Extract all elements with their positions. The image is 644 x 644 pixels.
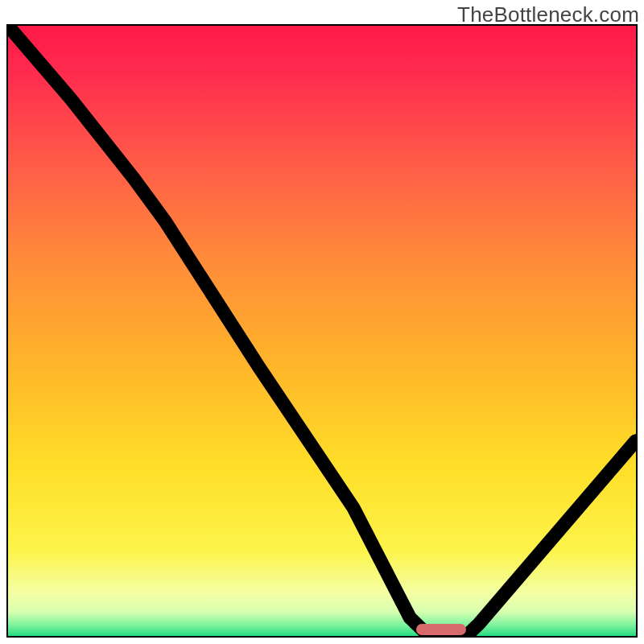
bottleneck-curve	[8, 26, 636, 636]
plot-area	[6, 24, 638, 638]
watermark-label: TheBottleneck.com	[457, 2, 639, 27]
chart-wrapper: TheBottleneck.com	[0, 0, 644, 644]
curve-layer	[8, 26, 636, 636]
optimal-range-marker	[416, 624, 466, 635]
